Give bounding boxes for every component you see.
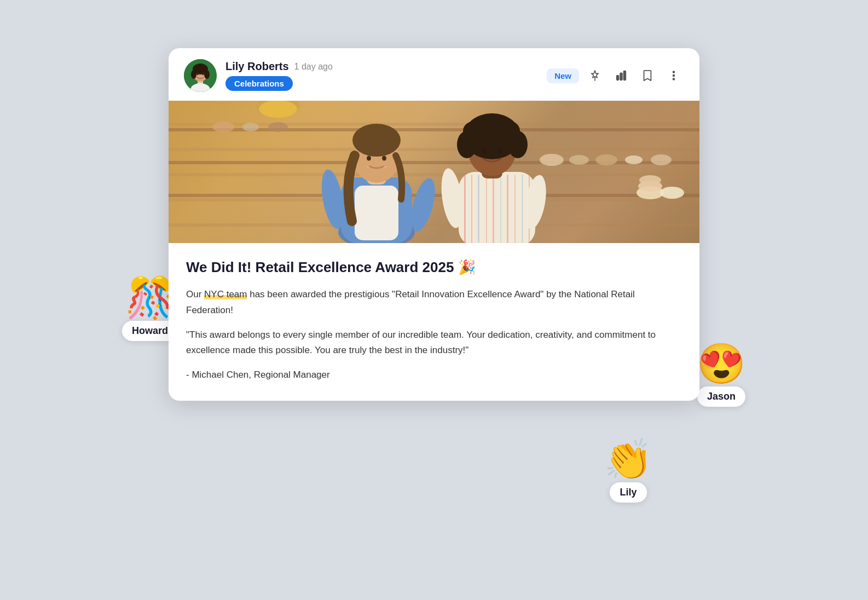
post-title: We Did It! Retail Excellence Award 2025 … <box>186 258 682 277</box>
new-badge: New <box>547 68 579 83</box>
celebrations-tag[interactable]: Celebrations <box>225 76 293 91</box>
time-ago: 1 day ago <box>294 62 333 72</box>
svg-point-8 <box>202 73 204 75</box>
svg-point-13 <box>673 71 675 73</box>
scene: 🎊 Howard 😍 Jason <box>106 48 762 552</box>
party-icon: 🎊 <box>125 278 175 318</box>
svg-rect-12 <box>624 71 626 80</box>
user-name: Lily Roberts <box>225 60 289 73</box>
chart-icon <box>615 70 627 82</box>
more-icon <box>668 70 680 82</box>
chart-button[interactable] <box>611 65 632 86</box>
pin-icon <box>589 70 601 82</box>
jason-float: 😍 Jason <box>697 344 746 407</box>
post-body-1: Our NYC team has been awarded the presti… <box>186 287 682 319</box>
avatar <box>184 59 217 92</box>
post-signature: - Michael Chen, Regional Manager <box>186 367 682 383</box>
svg-point-15 <box>673 78 675 80</box>
pin-button[interactable] <box>585 65 605 86</box>
header-left: Lily Roberts 1 day ago Celebrations <box>184 59 333 92</box>
heart-eyes-emoji: 😍 <box>697 344 746 383</box>
svg-point-7 <box>196 73 199 75</box>
post-image <box>169 101 699 243</box>
jason-label: Jason <box>697 386 745 407</box>
bookmark-icon <box>641 70 653 82</box>
lily-float: 👏 Lily <box>604 440 653 503</box>
clap-emoji: 👏 <box>604 440 653 479</box>
post-quote: "This award belongs to every single memb… <box>186 327 682 359</box>
header-meta: Lily Roberts 1 day ago Celebrations <box>225 60 333 91</box>
nyc-team-highlight: NYC team <box>204 289 247 299</box>
svg-rect-11 <box>620 73 622 80</box>
post-card: Lily Roberts 1 day ago Celebrations New <box>169 48 699 401</box>
card-header: Lily Roberts 1 day ago Celebrations New <box>169 48 699 101</box>
svg-point-6 <box>204 70 210 79</box>
header-name-row: Lily Roberts 1 day ago <box>225 60 333 73</box>
women-illustration <box>169 101 699 243</box>
post-content: We Did It! Retail Excellence Award 2025 … <box>169 243 699 401</box>
svg-rect-68 <box>169 101 699 243</box>
more-button[interactable] <box>663 65 684 86</box>
svg-rect-10 <box>617 76 619 80</box>
lily-label: Lily <box>610 482 646 503</box>
svg-point-14 <box>673 75 675 77</box>
svg-point-5 <box>191 70 196 79</box>
bookmark-button[interactable] <box>637 65 658 86</box>
header-actions: New <box>547 65 684 86</box>
